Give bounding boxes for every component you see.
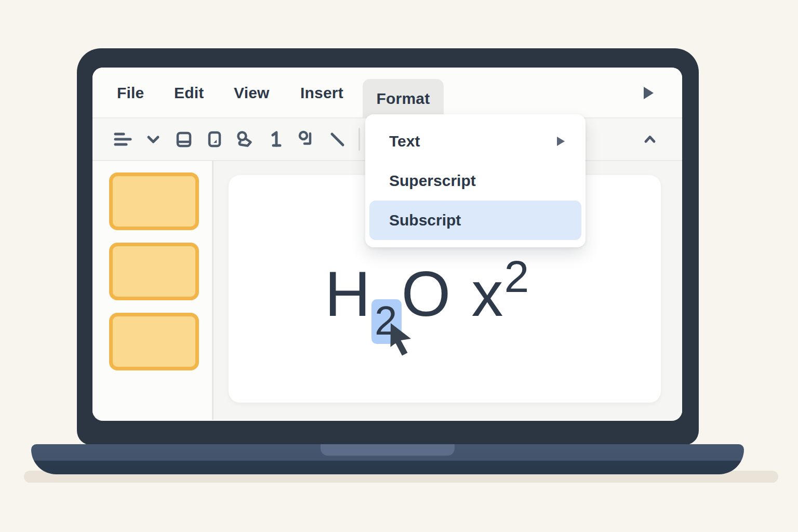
- format-menu-item-text-label: Text: [389, 132, 555, 150]
- toolbar-divider: [358, 128, 360, 151]
- menu-bar: File Edit View Insert Format: [92, 68, 682, 118]
- slide-thumbnail-panel: [92, 161, 212, 420]
- slide-thumbnail-3[interactable]: [109, 313, 199, 370]
- formula-h: H: [325, 259, 371, 329]
- play-triangle-right-icon: [642, 86, 655, 100]
- format-menu-item-subscript-label: Subscript: [389, 211, 566, 229]
- ink-pen-icon[interactable]: [297, 130, 316, 149]
- formula-text: H2Ox2: [325, 254, 530, 344]
- slide-portrait-icon[interactable]: [205, 130, 224, 149]
- menu-item-format-label: Format: [377, 90, 430, 108]
- menu-item-file[interactable]: File: [117, 68, 144, 118]
- format-menu-item-superscript[interactable]: Superscript: [369, 161, 581, 201]
- formula-o: O: [402, 259, 452, 329]
- formula-superscript: 2: [504, 254, 530, 299]
- format-menu-item-superscript-label: Superscript: [389, 172, 566, 190]
- laptop-base: [31, 444, 744, 474]
- format-menu-item-subscript[interactable]: Subscript: [369, 201, 581, 240]
- menu-item-edit[interactable]: Edit: [174, 68, 204, 118]
- chevron-up-icon[interactable]: [642, 131, 658, 148]
- formula-x: x: [471, 259, 504, 329]
- laptop-lid: File Edit View Insert Format: [77, 48, 699, 445]
- menu-item-view[interactable]: View: [234, 68, 270, 118]
- laptop-notch: [321, 444, 455, 456]
- menu-overflow-button[interactable]: [642, 68, 655, 118]
- align-lines-icon[interactable]: [113, 130, 132, 149]
- slide-landscape-icon[interactable]: [175, 130, 193, 149]
- slide-thumbnail-2[interactable]: [109, 243, 199, 300]
- menu-item-insert[interactable]: Insert: [300, 68, 343, 118]
- chevron-down-icon[interactable]: [144, 130, 163, 149]
- lasso-shape-icon[interactable]: [236, 130, 255, 149]
- numeral-one-icon[interactable]: [267, 130, 285, 149]
- menu-item-format-active[interactable]: Format: [363, 79, 444, 118]
- slide-thumbnail-1[interactable]: [109, 172, 199, 230]
- format-menu-item-text[interactable]: Text: [369, 122, 581, 161]
- diagonal-line-icon[interactable]: [328, 130, 347, 149]
- submenu-triangle-icon: [555, 135, 566, 148]
- laptop-screen: File Edit View Insert Format: [92, 68, 682, 421]
- mouse-cursor-icon: [388, 323, 414, 357]
- format-dropdown-menu: Text Superscript Subscript: [365, 114, 586, 247]
